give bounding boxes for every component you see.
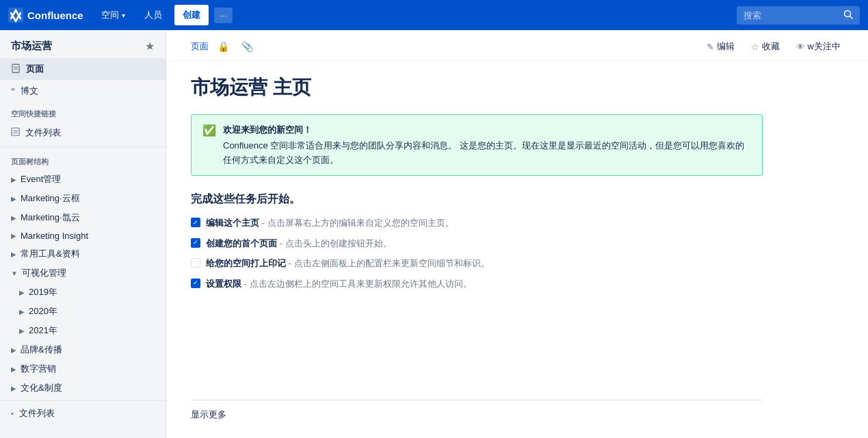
watch-icon: 👁 (796, 42, 805, 52)
chevron-right-icon: ▶ (11, 176, 16, 183)
sidebar-nav-blog[interactable]: " 博文 (0, 80, 166, 102)
chevron-right-icon: ▶ (11, 232, 16, 240)
info-box-body: Confluence 空间非常适合用来与您的团队分享内容和消息。 这是您的主页。… (223, 139, 751, 168)
task-checkbox-2[interactable] (191, 238, 200, 248)
page-icon (11, 64, 21, 75)
file-list-icon (11, 127, 20, 138)
tree-label: 页面树结构 (0, 150, 166, 170)
watch-button[interactable]: 👁 w关注中 (791, 37, 846, 56)
create-button[interactable]: 创建 (174, 5, 209, 25)
chevron-right-icon: ▶ (11, 250, 16, 258)
sidebar-item-digital-mkt[interactable]: ▶ 数字营销 (0, 359, 166, 378)
page-title: 市场运营 主页 (191, 75, 763, 101)
sidebar-item-2019[interactable]: ▶ 2019年 (0, 283, 166, 302)
chevron-right-icon: ▶ (11, 385, 16, 392)
sidebar: 市场运营 ★ 页面 " 博文 空间快捷链接 文件列表 页面树结构 ▶ Event… (0, 30, 166, 438)
sidebar-divider-bottom (0, 400, 166, 401)
nav-spaces[interactable]: 空间 ▾ (94, 5, 132, 25)
info-box: ✅ 欢迎来到您的新空间！ Confluence 空间非常适合用来与您的团队分享内… (191, 114, 763, 176)
chevron-right-icon: ▶ (11, 214, 16, 222)
svg-rect-5 (12, 128, 19, 136)
sidebar-item-file-list[interactable]: • 文件列表 (0, 404, 166, 423)
sidebar-item-2021[interactable]: ▶ 2021年 (0, 321, 166, 340)
content-toolbar: 页面 🔒 📎 ✎ 编辑 ☆ 收藏 👁 w关注中 (169, 30, 868, 61)
chevron-right-icon: ▶ (19, 289, 25, 296)
chevron-right-icon: ▶ (11, 346, 16, 354)
search-box[interactable] (737, 6, 860, 25)
sidebar-star-button[interactable]: ★ (145, 40, 155, 53)
breadcrumb-pages[interactable]: 页面 (191, 40, 209, 53)
task-text-4: 设置权限 - 点击左边侧栏上的空间工具来更新权限允许其他人访问。 (206, 277, 472, 291)
sidebar-item-culture[interactable]: ▶ 文化&制度 (0, 378, 166, 398)
quick-links-label: 空间快捷链接 (0, 102, 166, 122)
task-list: 编辑这个主页 - 点击屏幕右上方的编辑来自定义您的空间主页。 创建您的首个页面 … (191, 216, 763, 290)
task-item-3: 给您的空间打上印记 - 点击左侧面板上的配置栏来更新空间细节和标识。 (191, 257, 763, 270)
sidebar-item-marketing-insight[interactable]: ▶ Marketing Insight (0, 227, 166, 244)
task-text-1: 编辑这个主页 - 点击屏幕右上方的编辑来自定义您的空间主页。 (206, 216, 454, 230)
sidebar-file-list-quick[interactable]: 文件列表 (0, 122, 166, 144)
edit-icon: ✎ (707, 42, 714, 52)
blog-icon: " (11, 86, 15, 96)
task-text-2: 创建您的首个页面 - 点击头上的创建按钮开始。 (206, 237, 392, 250)
chevron-down-icon: ▼ (11, 270, 18, 277)
main-layout: 市场运营 ★ 页面 " 博文 空间快捷链接 文件列表 页面树结构 ▶ Event… (0, 30, 868, 438)
task-checkbox-1[interactable] (191, 218, 200, 227)
more-button[interactable]: ··· (214, 8, 233, 23)
sidebar-item-marketing-cloud[interactable]: ▶ Marketing·云框 (0, 189, 166, 208)
sidebar-item-visual-mgmt[interactable]: ▼ 可视化管理 (0, 263, 166, 283)
chevron-right-icon: ▶ (11, 365, 16, 373)
confluence-logo (8, 8, 23, 23)
star-button[interactable]: ☆ 收藏 (746, 37, 785, 56)
task-text-3: 给您的空间打上印记 - 点击左侧面板上的配置栏来更新空间细节和标识。 (206, 257, 490, 270)
logo-area[interactable]: Confluence (8, 8, 83, 23)
bullet-icon: • (11, 409, 14, 417)
sidebar-item-common-tools[interactable]: ▶ 常用工具&资料 (0, 244, 166, 263)
sidebar-nav-pages[interactable]: 页面 (0, 58, 166, 80)
info-box-content: 欢迎来到您的新空间！ Confluence 空间非常适合用来与您的团队分享内容和… (223, 123, 751, 167)
attach-icon-button[interactable]: 📎 (238, 39, 257, 54)
chevron-right-icon: ▶ (19, 308, 25, 315)
top-navigation: Confluence 空间 ▾ 人员 创建 ··· (0, 0, 868, 30)
task-checkbox-4[interactable] (191, 279, 200, 288)
page-content: 市场运营 主页 ✅ 欢迎来到您的新空间！ Confluence 空间非常适合用来… (169, 61, 785, 438)
sidebar-item-2020[interactable]: ▶ 2020年 (0, 302, 166, 321)
task-item-4: 设置权限 - 点击左边侧栏上的空间工具来更新权限允许其他人访问。 (191, 277, 763, 291)
show-more-button[interactable]: 显示更多 (191, 406, 226, 424)
search-icon-button[interactable] (843, 10, 853, 21)
chevron-down-icon: ▾ (122, 12, 125, 19)
check-circle-icon: ✅ (202, 124, 216, 167)
star-icon: ☆ (751, 42, 759, 52)
sidebar-item-marketing-xeon[interactable]: ▶ Marketing·氙云 (0, 208, 166, 227)
lock-icon-button[interactable]: 🔒 (214, 39, 233, 54)
info-box-title: 欢迎来到您的新空间！ (223, 123, 751, 138)
task-item-1: 编辑这个主页 - 点击屏幕右上方的编辑来自定义您的空间主页。 (191, 216, 763, 230)
sidebar-header: 市场运营 ★ (0, 30, 166, 58)
task-item-2: 创建您的首个页面 - 点击头上的创建按钮开始。 (191, 237, 763, 250)
content-area: 页面 🔒 📎 ✎ 编辑 ☆ 收藏 👁 w关注中 市场运营 主页 ✅ (169, 30, 868, 438)
confluence-title: Confluence (27, 10, 83, 21)
chevron-right-icon: ▶ (11, 195, 16, 203)
svg-rect-2 (12, 64, 19, 73)
task-checkbox-3[interactable] (191, 258, 200, 268)
nav-people[interactable]: 人员 (137, 5, 169, 25)
sidebar-space-title: 市场运营 (11, 40, 52, 53)
tasks-section-title: 完成这些任务后开始。 (191, 192, 763, 207)
sidebar-item-event[interactable]: ▶ Event管理 (0, 170, 166, 189)
sidebar-divider (0, 146, 166, 147)
edit-button[interactable]: ✎ 编辑 (701, 37, 740, 56)
sidebar-item-brand[interactable]: ▶ 品牌&传播 (0, 340, 166, 359)
chevron-right-icon: ▶ (19, 327, 25, 335)
show-more-divider (191, 400, 763, 400)
search-input[interactable] (744, 10, 839, 21)
